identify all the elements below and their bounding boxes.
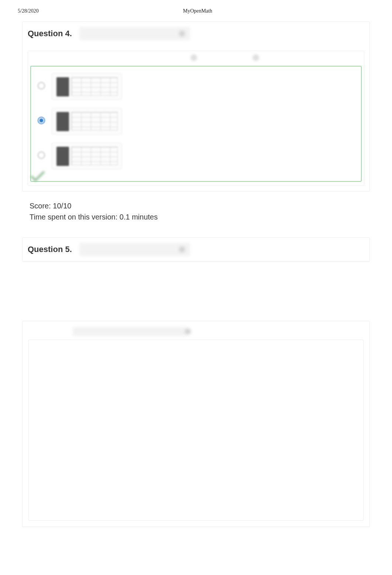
question-5-header: Question 5. bbox=[23, 238, 369, 261]
question-5-block: Question 5. bbox=[22, 237, 370, 262]
question-4-header: Question 4. bbox=[23, 22, 369, 45]
choice-row bbox=[38, 108, 354, 135]
choice-thumbnail[interactable] bbox=[52, 73, 122, 100]
time-spent-text: Time spent on this version: 0.1 minutes bbox=[30, 211, 362, 222]
checkmark-icon bbox=[30, 171, 45, 182]
choice-row bbox=[38, 73, 354, 100]
score-text: Score: 10/10 bbox=[30, 200, 362, 211]
blurred-score-pill bbox=[79, 27, 190, 40]
blurred-icon bbox=[252, 54, 259, 61]
choice-thumbnail[interactable] bbox=[52, 108, 122, 135]
header-date: 5/28/2020 bbox=[18, 8, 39, 14]
radio-unselected[interactable] bbox=[38, 152, 45, 159]
header-title: MyOpenMath bbox=[183, 8, 212, 14]
question-4-block: Question 4. bbox=[22, 21, 370, 191]
choice-row bbox=[38, 143, 354, 169]
page-header: 5/28/2020 MyOpenMath bbox=[0, 0, 392, 18]
radio-selected[interactable] bbox=[38, 117, 45, 124]
answer-panel bbox=[28, 51, 364, 186]
question-5-title: Question 5. bbox=[28, 245, 72, 254]
question-5-content-block bbox=[22, 321, 370, 527]
answer-panel-toolbar bbox=[28, 51, 364, 64]
blurred-score-pill bbox=[79, 243, 190, 256]
blurred-bar bbox=[73, 327, 187, 336]
question-4-title: Question 4. bbox=[28, 29, 72, 38]
correct-answer-box bbox=[30, 66, 362, 182]
blurred-icon bbox=[190, 54, 197, 61]
score-info-block: Score: 10/10 Time spent on this version:… bbox=[22, 197, 370, 230]
blurred-content-area bbox=[28, 340, 364, 521]
radio-unselected[interactable] bbox=[38, 82, 45, 89]
choice-thumbnail[interactable] bbox=[52, 143, 122, 169]
